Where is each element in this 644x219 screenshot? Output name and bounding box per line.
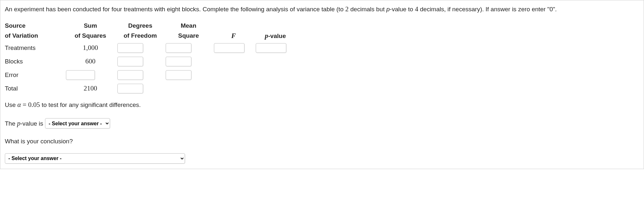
conclusion-question: What is your conclusion? bbox=[5, 134, 639, 149]
pvalue-line: The p-value is - Select your answer - bbox=[5, 115, 639, 131]
row-label: Blocks bbox=[5, 55, 66, 68]
instr-text: An experiment has been conducted for fou… bbox=[5, 6, 345, 13]
row-label: Total bbox=[5, 82, 66, 95]
instr-num1: 2 bbox=[345, 5, 349, 13]
table-row-total: Total 2100 bbox=[5, 82, 298, 95]
pvalue-select[interactable]: - Select your answer - bbox=[45, 118, 110, 129]
hdr-pvalue: p-value bbox=[256, 31, 298, 41]
hdr-ms-2: Square bbox=[166, 31, 214, 41]
alpha-instruction: Use α = 0.05 to test for any significant… bbox=[5, 97, 639, 113]
hdr-df-1: Degrees bbox=[117, 21, 166, 31]
instr-text: decimals but bbox=[349, 6, 386, 13]
table-row-error: Error bbox=[5, 68, 298, 82]
hdr-ms-1: Mean bbox=[166, 21, 214, 31]
treat-pvalue-input[interactable] bbox=[256, 43, 286, 53]
conclusion-select[interactable]: - Select your answer - bbox=[5, 153, 185, 164]
instr-num2: 4 bbox=[415, 5, 419, 13]
hdr-source-2: of Variation bbox=[5, 31, 66, 41]
treat-ss-value: 1,000 bbox=[66, 41, 117, 55]
row-label: Error bbox=[5, 68, 66, 82]
hdr-source-1: Source bbox=[5, 21, 66, 31]
blocks-ss-value: 600 bbox=[66, 55, 117, 68]
error-df-input[interactable] bbox=[117, 70, 143, 80]
table-row-treatments: Treatments 1,000 bbox=[5, 41, 298, 55]
hdr-f: F bbox=[214, 31, 256, 41]
row-label: Treatments bbox=[5, 41, 66, 55]
treat-df-input[interactable] bbox=[117, 43, 143, 53]
table-row-blocks: Blocks 600 bbox=[5, 55, 298, 68]
blocks-ms-input[interactable] bbox=[166, 57, 191, 66]
blocks-df-input[interactable] bbox=[117, 57, 143, 66]
instr-p: p bbox=[386, 6, 390, 13]
instr-text: decimals, if necessary). If answer is ze… bbox=[418, 6, 557, 13]
instr-text: -value to bbox=[390, 6, 415, 13]
error-ss-input[interactable] bbox=[66, 70, 95, 80]
error-ms-input[interactable] bbox=[166, 70, 191, 80]
anova-table: Source Sum Degrees Mean of Variation of … bbox=[5, 21, 298, 95]
instructions: An experiment has been conducted for fou… bbox=[5, 4, 639, 15]
hdr-ss-2: of Squares bbox=[66, 31, 117, 41]
total-ss-value: 2100 bbox=[66, 82, 117, 95]
treat-f-input[interactable] bbox=[214, 43, 244, 53]
treat-ms-input[interactable] bbox=[166, 43, 191, 53]
hdr-df-2: of Freedom bbox=[117, 31, 166, 41]
hdr-ss-1: Sum bbox=[66, 21, 117, 31]
total-df-input[interactable] bbox=[117, 84, 143, 93]
